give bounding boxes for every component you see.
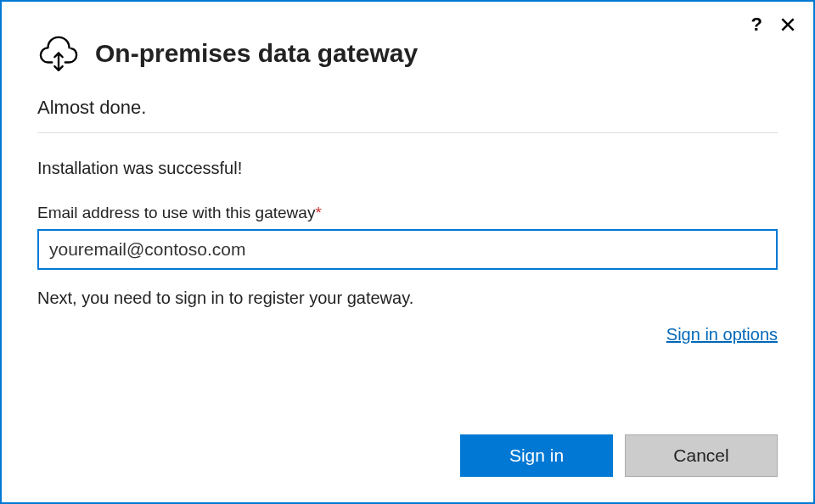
page-title: On-premises data gateway xyxy=(95,39,418,68)
email-field[interactable] xyxy=(37,229,778,270)
content-area: On-premises data gateway Almost done. In… xyxy=(2,2,813,344)
signin-options-row: Sign in options xyxy=(37,325,778,344)
close-icon-svg xyxy=(779,16,796,33)
cloud-sync-icon xyxy=(37,31,80,76)
help-icon[interactable]: ? xyxy=(751,14,762,36)
divider xyxy=(37,132,778,133)
required-mark: * xyxy=(315,204,321,221)
signin-button[interactable]: Sign in xyxy=(460,434,613,477)
header-row: On-premises data gateway xyxy=(37,31,778,76)
subtitle: Almost done. xyxy=(37,97,778,119)
gateway-installer-window: ? On-premises data gateway Almost done. … xyxy=(0,0,815,504)
close-icon[interactable] xyxy=(779,16,796,33)
cancel-button[interactable]: Cancel xyxy=(625,434,778,477)
signin-options-link[interactable]: Sign in options xyxy=(666,325,778,344)
success-message: Installation was successful! xyxy=(37,159,778,178)
titlebar-controls: ? xyxy=(751,14,796,36)
footer-buttons: Sign in Cancel xyxy=(460,434,778,477)
next-step-message: Next, you need to sign in to register yo… xyxy=(37,288,778,308)
email-label-text: Email address to use with this gateway xyxy=(37,204,315,221)
email-label: Email address to use with this gateway* xyxy=(37,204,778,222)
